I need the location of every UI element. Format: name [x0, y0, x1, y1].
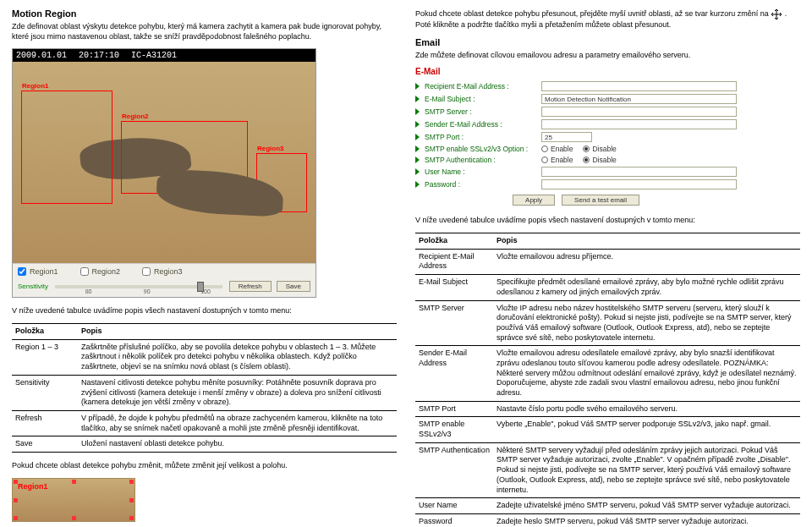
col-item: Položka	[415, 233, 493, 250]
email-intro: Zde můžete definovat cílovou emailovou a…	[415, 51, 800, 61]
email-heading: Email	[415, 37, 800, 47]
osd-id: IC-A31201	[131, 51, 177, 60]
refresh-button[interactable]: Refresh	[229, 281, 272, 292]
subject-label: E-Mail Subject :	[425, 95, 536, 103]
smtp-server-label: SMTP Server :	[425, 107, 536, 116]
table-row: RefreshV případě, že dojde k pohybu před…	[12, 410, 397, 436]
recipient-label: Recipient E-Mail Address :	[425, 82, 536, 91]
recipient-input[interactable]	[541, 81, 737, 91]
table-row: SMTP PortNastavte číslo portu podle svéh…	[415, 401, 800, 417]
region3-label: Region3	[257, 145, 284, 152]
ssl-label: SMTP enable SSLv2/v3 Option :	[425, 145, 536, 153]
ssl-radios[interactable]: EnableDisable	[541, 145, 617, 153]
motion-region-heading: Motion Region	[12, 8, 397, 19]
smtp-port-input[interactable]: 25	[541, 132, 592, 142]
move-note: Pokud chcete oblast detekce pohybu přesu…	[415, 8, 800, 30]
email-form: E-Mail Recipient E-Mail Address : E-Mail…	[415, 67, 737, 206]
col-desc: Popis	[78, 324, 397, 340]
osd-time: 20:17:10	[79, 51, 119, 60]
camera-preview: 2009.01.01 20:17:10 IC-A31201 Region1 Re…	[12, 48, 316, 298]
auth-radios[interactable]: EnableDisable	[541, 156, 617, 164]
table-row: SMTP AuthenticationNěkteré SMTP servery …	[415, 442, 800, 497]
save-button[interactable]: Save	[277, 281, 310, 292]
change-region-note: Pokud chcete oblast detekce pohybu změni…	[12, 461, 397, 471]
motion-settings-table: Položka Popis Region 1 – 3Zaškrtněte pří…	[12, 323, 397, 453]
table-row: Region 1 – 3Zaškrtněte příslušné políčko…	[12, 339, 397, 375]
table-row: Sender E-Mail AddressVložte emailovou ad…	[415, 346, 800, 401]
table-row: Recipient E-Mail AddressVložte emailovou…	[415, 249, 800, 274]
osd-date: 2009.01.01	[16, 51, 67, 60]
sender-label: Sender E-Mail Address :	[425, 120, 536, 129]
move-icon	[771, 8, 782, 20]
region1-strip-label: Region1	[18, 482, 48, 491]
left-table-intro: V níže uvedené tabulce uvádíme popis vše…	[12, 306, 397, 316]
region1-strip[interactable]: Region1	[12, 478, 135, 522]
sensitivity-label: Sensitivity	[18, 283, 48, 290]
smtp-server-input[interactable]	[541, 107, 737, 117]
auth-label: SMTP Authentication :	[425, 156, 536, 164]
region1-checkbox[interactable]: Region1	[18, 267, 58, 276]
region2-checkbox[interactable]: Region2	[80, 267, 121, 276]
region3-box[interactable]: Region3	[256, 153, 307, 212]
user-input[interactable]	[541, 167, 737, 177]
table-row: SMTP enable SSLv2/v3Vyberte „Enable", po…	[415, 417, 800, 442]
table-row: SensitivityNastavení citlivosti detekce …	[12, 375, 397, 410]
apply-button[interactable]: Apply	[513, 195, 555, 206]
col-desc: Popis	[493, 233, 800, 250]
table-row: SMTP ServerVložte IP adresu nebo název h…	[415, 300, 800, 346]
camera-osd-bar: 2009.01.01 20:17:10 IC-A31201	[13, 49, 315, 62]
smtp-port-label: SMTP Port :	[425, 133, 536, 141]
region2-label: Region2	[122, 113, 149, 120]
motion-region-intro: Zde definovat oblast výskytu detekce poh…	[12, 22, 397, 41]
table-row: PasswordZadejte heslo SMTP serveru, poku…	[415, 513, 800, 527]
subject-input[interactable]: Motion Detection Notification	[541, 94, 737, 104]
camera-controls: Region1 Region2 Region3 Sensitivity 80 9…	[13, 263, 315, 297]
region2-box[interactable]: Region2	[121, 121, 248, 194]
region3-checkbox[interactable]: Region3	[142, 267, 183, 276]
table-row: SaveUložení nastavení oblasti detekce po…	[12, 436, 397, 453]
table-row: User NameZadejte uživatelské jméno SMTP …	[415, 498, 800, 514]
right-table-intro: V níže uvedené tabulce uvádíme popis vše…	[415, 216, 800, 226]
pass-label: Password :	[425, 180, 536, 189]
region1-box[interactable]: Region1	[21, 91, 112, 204]
user-label: User Name :	[425, 167, 536, 176]
sender-input[interactable]	[541, 119, 737, 129]
col-item: Položka	[12, 324, 78, 340]
pass-input[interactable]	[541, 179, 737, 189]
camera-image: Region1 Region2 Region3	[13, 62, 315, 263]
email-form-title: E-Mail	[415, 67, 737, 76]
region1-label: Region1	[22, 82, 49, 90]
sensitivity-slider[interactable]: 80 90 100	[55, 285, 222, 288]
table-row: E-Mail SubjectSpecifikujte předmět odesí…	[415, 275, 800, 300]
send-test-button[interactable]: Send a test email	[562, 195, 639, 206]
email-settings-table: Položka Popis Recipient E-Mail AddressVl…	[415, 233, 800, 527]
